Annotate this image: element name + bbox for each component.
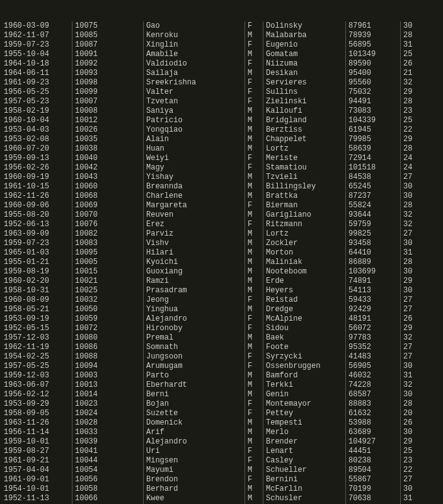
cell: 104339 [346,116,401,125]
cell: M [245,258,263,267]
cell: 30 [401,267,431,277]
cell: 10088 [72,352,144,362]
cell: Niizuma [263,59,346,69]
cell: 27 [401,305,431,314]
table-row: 1960-09-1910043YishayMTzvieli8453827 [4,173,439,182]
cell: 1961-09-01 [4,475,72,484]
cell: 55824 [346,201,401,210]
cell: 10042 [72,163,144,173]
cell: 79985 [346,135,401,144]
cell: M [245,135,263,144]
cell: 10043 [72,173,144,182]
cell: Reuven [144,210,245,220]
cell: F [245,88,263,97]
cell: 1956-02-12 [4,390,72,399]
cell: Patricio [144,116,245,125]
cell: 32 [401,333,431,343]
cell: 29 [401,88,431,97]
cell: McFarlin [263,484,346,494]
table-row: 1963-11-2610028DomenickMTempesti5398826 [4,418,439,428]
cell: 1963-11-26 [4,418,72,428]
cell: 23 [401,106,431,116]
cell: 10086 [72,343,144,352]
table-row: 1953-09-2910023BojanFMontemayor8888328 [4,399,439,409]
table-row: 1965-01-0310095HilariMMorton6441031 [4,248,439,258]
cell: 1958-02-19 [4,106,72,116]
cell: 10033 [72,428,144,437]
cell: 10098 [72,78,144,88]
cell: 28 [401,399,431,409]
cell: 10013 [72,381,144,390]
cell: M [245,466,263,475]
table-row: 1955-10-0410091AmabileMGomatam10134925 [4,50,439,59]
cell: 10003 [72,371,144,381]
cell: 10095 [72,248,144,258]
cell: Jungsoon [144,352,245,362]
cell: 10075 [72,21,144,31]
cell: 10050 [72,305,144,314]
cell: Stamatiou [263,163,346,173]
cell: M [245,31,263,40]
cell: Berztiss [263,125,346,135]
cell: 1963-06-07 [4,381,72,390]
cell: 10005 [72,258,144,267]
cell: M [245,333,263,343]
cell: Yishay [144,173,245,182]
cell: 10085 [72,31,144,40]
cell: 55867 [346,475,401,484]
cell: Ossenbruggen [263,362,346,371]
cell: F [245,78,263,88]
cell: 10072 [72,324,144,333]
cell: Parto [144,371,245,381]
cell: M [245,343,263,352]
cell: Bernini [263,475,346,484]
cell: F [245,154,263,163]
cell: 1956-05-25 [4,88,72,97]
cell: Hilari [144,248,245,258]
cell: 1962-11-26 [4,192,72,201]
table-row: 1964-10-1810092ValdiodioFNiizuma8959026 [4,59,439,69]
cell: 95352 [346,343,401,352]
cell: 1955-10-04 [4,50,72,59]
cell: 29 [401,437,431,447]
cell: M [245,390,263,399]
cell: Zielinski [263,97,346,106]
cell: Ramzi [144,277,245,286]
cell: 30 [401,428,431,437]
cell: M [245,428,263,437]
table-row: 1959-07-2310083VishvMZockler9345830 [4,239,439,248]
cell: 88883 [346,399,401,409]
cell: 70638 [346,494,401,503]
cell: Garigliano [263,210,346,220]
cell: 27 [401,475,431,484]
cell: Baek [263,333,346,343]
table-row: 1956-05-2510099ValterFSullins7503229 [4,88,439,97]
cell: 10092 [72,59,144,69]
cell: Dolinsky [263,21,346,31]
cell: Pettey [263,409,346,418]
cell: M [245,125,263,135]
cell: Domenick [144,418,245,428]
cell: 10093 [72,69,144,78]
table-row: 1960-10-0410012PatricioMBridgland1043392… [4,116,439,125]
cell: 87961 [346,21,401,31]
cell: 1955-01-21 [4,258,72,267]
cell: F [245,59,263,69]
cell: 31 [401,40,431,50]
cell: 10012 [72,116,144,125]
cell: 1961-09-23 [4,78,72,88]
cell: M [245,494,263,503]
table-row: 1952-11-1310066KweeMSchusler7063831 [4,494,439,503]
cell: 1953-09-19 [4,314,72,324]
table-row: 1962-11-0710085KenrokuMMalabarba7893928 [4,31,439,40]
cell: Prasadram [144,286,245,295]
cell: 26 [401,314,431,324]
cell: 61945 [346,125,401,135]
table-row: 1954-10-0110058BerhardMMcFarlin7019930 [4,484,439,494]
cell: Kyoichi [144,258,245,267]
cell: F [245,362,263,371]
cell: F [245,163,263,173]
table-row: 1953-02-0810035AlainMChappelet7998529 [4,135,439,144]
table-row: 1958-10-3110025PrasadramMHeyers5411330 [4,286,439,295]
cell: 1965-01-03 [4,248,72,258]
